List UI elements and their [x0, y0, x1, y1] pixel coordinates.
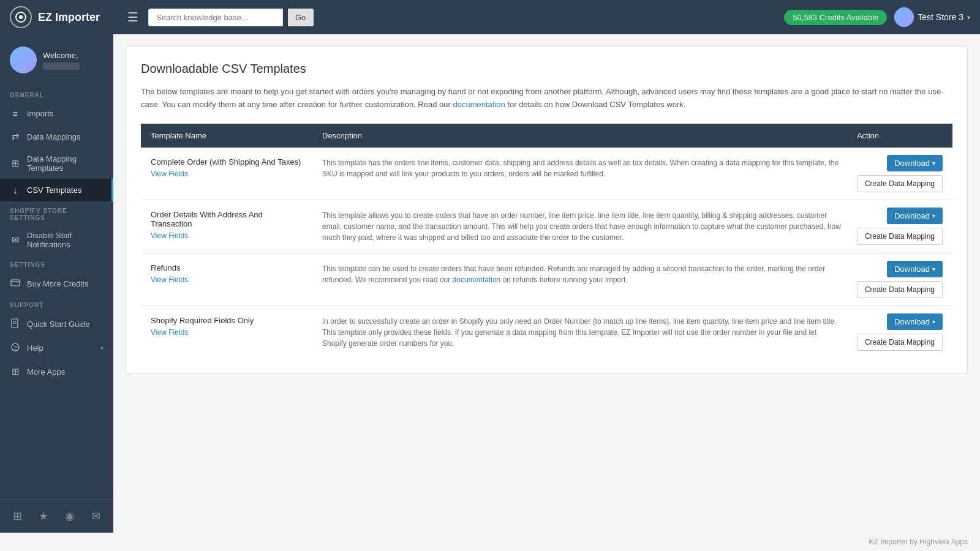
section-label-shopify: SHOPIFY STORE SETTINGS — [0, 201, 113, 225]
sidebar-item-imports[interactable]: ≡ Imports — [0, 102, 113, 125]
action-buttons: Download ▾ Create Data Mapping — [857, 208, 943, 245]
app-logo: EZ Importer — [10, 6, 123, 28]
topbar-center: ☰ Go — [123, 7, 784, 27]
template-description: This template allows you to create order… — [322, 211, 841, 242]
download-button[interactable]: Download ▾ — [887, 155, 943, 171]
sidebar-item-label: CSV Templates — [27, 186, 81, 195]
svg-point-1 — [19, 15, 23, 19]
star-bottom-icon[interactable]: ★ — [34, 507, 53, 525]
sidebar-item-quick-start-guide[interactable]: Quick Start Guide — [0, 312, 113, 336]
create-data-mapping-button[interactable]: Create Data Mapping — [857, 334, 943, 351]
template-name-cell: Order Details With Address And Transacti… — [141, 200, 312, 253]
table-row: Refunds View Fields This template can be… — [141, 253, 952, 305]
logo-icon — [10, 6, 32, 28]
sidebar-item-csv-templates[interactable]: ↓ CSV Templates — [0, 179, 113, 201]
create-data-mapping-button[interactable]: Create Data Mapping — [857, 281, 943, 298]
user-section: Welcome, — [0, 34, 113, 86]
col-header-name: Template Name — [141, 124, 312, 148]
caret-icon: ▾ — [932, 212, 935, 219]
welcome-label: Welcome, — [43, 51, 80, 60]
template-desc-cell: In order to successfully create an order… — [312, 305, 847, 359]
action-buttons: Download ▾ Create Data Mapping — [857, 261, 943, 298]
sidebar-item-more-apps[interactable]: ⊞ More Apps — [0, 360, 113, 383]
mail-bottom-icon[interactable]: ✉ — [86, 507, 105, 525]
section-label-support: SUPPORT — [0, 296, 113, 312]
sidebar-item-buy-more-credits[interactable]: Buy More Credits — [0, 272, 113, 296]
template-name: Order Details With Address And Transacti… — [151, 210, 303, 228]
svg-text:?: ? — [14, 345, 17, 351]
avatar — [10, 47, 37, 73]
download-icon: ↓ — [10, 185, 21, 195]
view-fields-link[interactable]: View Fields — [151, 328, 188, 337]
table-row: Order Details With Address And Transacti… — [141, 200, 952, 253]
template-desc-cell: This template has the orders line items,… — [312, 148, 847, 200]
download-button[interactable]: Download ▾ — [887, 261, 943, 277]
template-name: Complete Order (with Shipping And Taxes) — [151, 157, 303, 167]
book-icon — [10, 318, 21, 330]
col-header-action: Action — [847, 124, 952, 148]
svg-rect-2 — [11, 280, 20, 286]
store-selector[interactable]: Test Store 3 ▾ — [894, 7, 970, 27]
template-description: This template has the orders line items,… — [322, 159, 839, 178]
section-label-settings: SETTINGS — [0, 255, 113, 272]
sidebar-item-label: More Apps — [27, 367, 65, 377]
sidebar-item-label: Buy More Credits — [27, 279, 88, 288]
view-fields-link[interactable]: View Fields — [151, 231, 188, 240]
description-text-part2: for details on how Download CSV Template… — [507, 100, 685, 109]
template-name-cell: Refunds View Fields — [141, 253, 312, 305]
search-button[interactable]: Go — [288, 9, 314, 26]
list-icon: ≡ — [10, 108, 21, 119]
desc-link[interactable]: documentation — [453, 276, 501, 284]
sidebar-item-help[interactable]: ? Help ▾ — [0, 336, 113, 360]
topbar-right: 50,583 Credits Available Test Store 3 ▾ — [784, 7, 970, 27]
content-card: Downloadable CSV Templates The below tem… — [126, 47, 968, 374]
create-data-mapping-button[interactable]: Create Data Mapping — [857, 175, 943, 192]
download-button[interactable]: Download ▾ — [887, 208, 943, 224]
mappings-icon: ⇄ — [10, 131, 21, 142]
col-header-description: Description — [312, 124, 847, 148]
help-icon: ? — [10, 342, 21, 354]
caret-icon: ▾ — [932, 266, 935, 272]
store-avatar — [894, 7, 914, 27]
sidebar-item-label: Imports — [27, 109, 53, 118]
template-name: Shopify Required Fields Only — [151, 316, 303, 325]
template-name: Refunds — [151, 263, 303, 272]
template-desc-cell: This template can be used to create orde… — [312, 253, 847, 305]
table-header-row: Template Name Description Action — [141, 124, 952, 148]
caret-icon: ▾ — [932, 160, 935, 167]
layout: Welcome, GENERAL ≡ Imports ⇄ Data Mappin… — [0, 34, 980, 533]
grid-icon: ⊞ — [10, 158, 21, 169]
view-fields-link[interactable]: View Fields — [151, 276, 188, 284]
template-desc-cell: This template allows you to create order… — [312, 200, 847, 253]
download-button[interactable]: Download ▾ — [887, 313, 943, 330]
template-action-cell: Download ▾ Create Data Mapping — [847, 148, 952, 200]
template-description: This template can be used to create orde… — [322, 264, 825, 284]
grid-bottom-icon[interactable]: ⊞ — [8, 507, 27, 525]
credit-icon — [10, 278, 21, 290]
store-name: Test Store 3 — [918, 12, 963, 22]
user-name-placeholder — [43, 62, 80, 70]
template-name-cell: Shopify Required Fields Only View Fields — [141, 305, 312, 359]
sidebar-bottom: ⊞ ★ ◉ ✉ — [0, 499, 113, 533]
documentation-link[interactable]: documentation — [453, 100, 507, 109]
search-input[interactable] — [148, 9, 283, 26]
action-buttons: Download ▾ Create Data Mapping — [857, 155, 943, 192]
chevron-down-icon: ▾ — [967, 14, 970, 21]
template-name-cell: Complete Order (with Shipping And Taxes)… — [141, 148, 312, 200]
description-text: The below templates are meant to help yo… — [141, 86, 952, 111]
topbar: EZ Importer ☰ Go 50,583 Credits Availabl… — [0, 0, 980, 34]
sidebar-item-data-mappings[interactable]: ⇄ Data Mappings — [0, 125, 113, 148]
page-title: Downloadable CSV Templates — [141, 62, 952, 76]
sidebar-item-label: Disable Staff Notifications — [27, 231, 104, 249]
view-fields-link[interactable]: View Fields — [151, 170, 188, 178]
sidebar-item-label: Data Mapping Templates — [27, 154, 104, 173]
hamburger-button[interactable]: ☰ — [123, 7, 143, 27]
feed-bottom-icon[interactable]: ◉ — [60, 507, 80, 525]
table-row: Shopify Required Fields Only View Fields… — [141, 305, 952, 359]
sidebar-item-disable-staff-notifications[interactable]: ✉ Disable Staff Notifications — [0, 225, 113, 255]
sidebar-item-data-mapping-templates[interactable]: ⊞ Data Mapping Templates — [0, 148, 113, 179]
sidebar-item-label: Quick Start Guide — [27, 320, 90, 329]
credits-badge: 50,583 Credits Available — [784, 10, 887, 25]
create-data-mapping-button[interactable]: Create Data Mapping — [857, 228, 943, 245]
template-action-cell: Download ▾ Create Data Mapping — [847, 200, 952, 253]
